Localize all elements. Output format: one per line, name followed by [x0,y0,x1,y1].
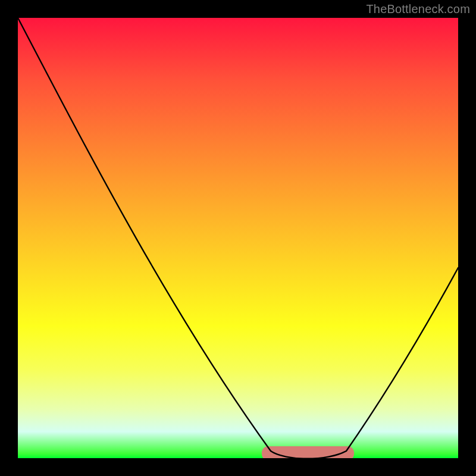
chart-frame: TheBottleneck.com [0,0,476,476]
highlight-band [18,18,458,458]
highlight-band-rect [262,446,354,458]
plot-area [18,18,458,458]
attribution-text: TheBottleneck.com [366,2,470,16]
bottleneck-curve [18,18,458,458]
curve-layer [18,18,458,458]
